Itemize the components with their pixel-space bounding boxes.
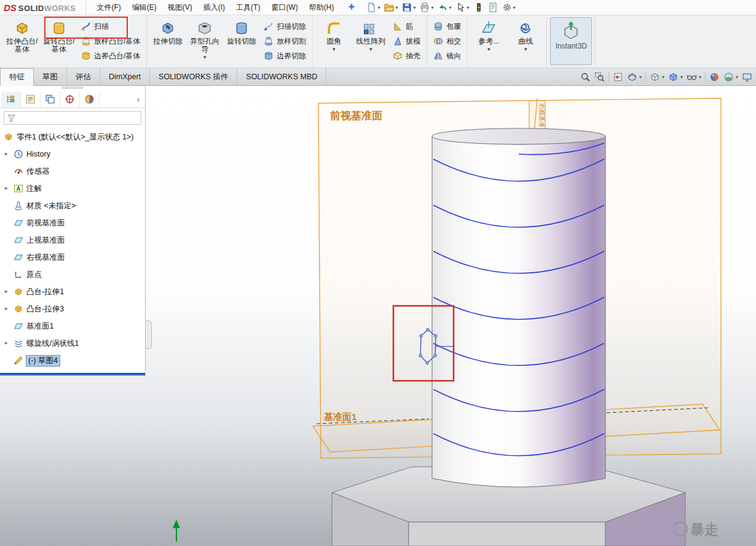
curves-icon (518, 20, 534, 36)
tab-dimxpert[interactable]: DimXpert (100, 68, 150, 85)
menu-insert[interactable]: 插入(I) (198, 0, 230, 15)
revolve-cut-button[interactable]: 旋转切除 (224, 17, 259, 46)
fillet-icon (326, 20, 342, 36)
tree-filter-box[interactable] (4, 111, 141, 125)
zoom-fit-icon[interactable] (580, 72, 591, 82)
tab-sketch[interactable]: 草图 (34, 68, 67, 85)
view-orientation-icon[interactable] (650, 72, 660, 82)
intersect-button[interactable]: 相交 (430, 35, 464, 47)
open-button[interactable] (382, 1, 400, 14)
extrude-boss-button[interactable]: 拉伸凸台/基体 (4, 17, 40, 54)
configuration-manager-tab[interactable] (41, 92, 60, 107)
tree-item-annotations[interactable]: 注解 (0, 180, 145, 197)
sensors-icon (14, 166, 23, 176)
graphics-area[interactable]: 前视基准面 右视基准面 基准面1 (0, 85, 756, 546)
divider (608, 72, 609, 82)
pin-menu-icon[interactable] (347, 2, 356, 12)
save-button[interactable] (400, 1, 417, 14)
loft-boss-button[interactable]: 放样凸台/基体 (78, 35, 143, 47)
hole-wizard-button[interactable]: 异型孔向导 (187, 17, 222, 61)
tree-item-boss-extrude1[interactable]: 凸台-拉伸1 (0, 283, 145, 300)
origin-triad[interactable] (173, 520, 180, 542)
linear-pattern-icon (363, 20, 379, 36)
menu-help[interactable]: 帮助(H) (304, 0, 340, 15)
wrap-button[interactable]: 包覆 (430, 20, 464, 33)
menu-file[interactable]: 文件(F) (91, 0, 126, 15)
display-style-caret[interactable]: ▾ (680, 74, 683, 80)
shell-button[interactable]: 抽壳 (390, 50, 423, 62)
svg-text:暴走: 暴走 (690, 521, 719, 537)
menu-window[interactable]: 窗口(W) (266, 0, 303, 15)
property-manager-tab[interactable] (21, 92, 41, 107)
tree-item-sensors[interactable]: 传感器 (0, 163, 145, 180)
feature-manager-tab[interactable] (1, 92, 21, 107)
hide-show-items-icon[interactable] (687, 72, 697, 82)
panel-expand-chevron[interactable] (133, 92, 144, 107)
instant3d-button[interactable]: Instant3D (550, 17, 592, 65)
draft-button[interactable]: 拔模 (390, 35, 423, 47)
apply-scene-caret[interactable]: ▾ (736, 74, 738, 80)
apply-scene-icon[interactable] (723, 72, 734, 82)
rib-button[interactable]: 筋 (390, 20, 423, 33)
tab-solidworks-mbd[interactable]: SOLIDWORKS MBD (237, 68, 326, 85)
menu-edit[interactable]: 编辑(E) (127, 0, 162, 15)
undo-button[interactable] (436, 1, 453, 14)
tree-item-sketch4[interactable]: (-) 草图4 (0, 352, 145, 369)
edit-appearance-icon[interactable] (709, 72, 720, 82)
fillet-button[interactable]: 圆角 (316, 17, 352, 53)
tree-item-helix[interactable]: 螺旋线/涡状线1 (0, 335, 145, 352)
tree-item-datum-plane1[interactable]: 基准面1 (0, 318, 145, 335)
view-orientation-caret[interactable]: ▾ (662, 74, 664, 80)
tree-item-origin[interactable]: 原点 (0, 266, 145, 283)
rollback-bar[interactable] (0, 373, 145, 375)
model-viewport[interactable]: 前视基准面 右视基准面 基准面1 (146, 85, 756, 546)
reference-geometry-button[interactable]: 参考... (471, 17, 506, 53)
tab-features[interactable]: 特征 (0, 68, 34, 86)
tree-item-material[interactable]: 材质 <未指定> (0, 197, 145, 214)
rebuild-button[interactable] (472, 1, 486, 14)
linear-pattern-button[interactable]: 线性阵列 (353, 17, 388, 53)
curves-button[interactable]: 曲线 (508, 17, 543, 53)
boundary-boss-button[interactable]: 边界凸台/基体 (78, 50, 143, 62)
options-button[interactable] (500, 1, 518, 14)
tab-evaluate[interactable]: 评估 (67, 68, 100, 85)
dimxpert-manager-tab[interactable] (60, 92, 80, 107)
zoom-area-icon[interactable] (594, 72, 605, 82)
tree-item-boss-extrude3[interactable]: 凸台-拉伸3 (0, 300, 145, 318)
sweep-button[interactable]: 扫描 (78, 20, 143, 33)
new-file-button[interactable] (364, 1, 382, 14)
tree-item-front-plane[interactable]: 前视基准面 (0, 214, 145, 232)
sweep-cut-button[interactable]: 扫描切除 (261, 20, 309, 33)
loft-cut-button[interactable]: 放样切割 (261, 35, 309, 47)
select-button[interactable] (454, 1, 471, 14)
tree-item-history[interactable]: History (0, 146, 145, 163)
panel-splitter-handle[interactable] (146, 321, 152, 349)
boundary-cut-icon (264, 51, 274, 61)
filter-input[interactable] (18, 113, 138, 123)
menu-tools[interactable]: 工具(T) (230, 0, 266, 15)
view-settings-icon[interactable] (742, 72, 752, 82)
property-manager-icon (25, 94, 36, 104)
ribbon-group-reference: 参考... 曲线 (468, 15, 547, 68)
print-button[interactable] (418, 1, 435, 14)
revolve-boss-button[interactable]: 旋转凸台/基体 (41, 17, 77, 54)
cut-extrude-icon (160, 20, 176, 36)
previous-view-icon[interactable] (613, 72, 623, 82)
file-properties-button[interactable] (486, 1, 500, 14)
extrude-cut-button[interactable]: 拉伸切除 (150, 17, 186, 46)
tree-root-part[interactable]: 零件1 (默认<<默认>_显示状态 1>) (0, 128, 145, 146)
mirror-button[interactable]: 镜向 (430, 50, 464, 62)
section-view-icon[interactable] (627, 72, 637, 82)
hide-show-items-caret[interactable]: ▾ (699, 74, 701, 80)
tab-solidworks-addins[interactable]: SOLIDWORKS 插件 (150, 68, 237, 85)
boundary-icon (81, 51, 91, 61)
features-ribbon: 拉伸凸台/基体 旋转凸台/基体 扫描 放样凸台/基体 边界凸台/基体 (0, 15, 756, 68)
section-view-caret[interactable]: ▾ (639, 74, 642, 80)
boundary-cut-button[interactable]: 边界切除 (261, 50, 309, 62)
display-style-icon[interactable] (668, 72, 679, 82)
tree-item-top-plane[interactable]: 上视基准面 (0, 232, 145, 249)
menu-view[interactable]: 视图(V) (162, 0, 198, 15)
tree-item-right-plane[interactable]: 右视基准面 (0, 249, 145, 266)
heads-up-view-toolbar: ▾ ▾ ▾ ▾ ▾ (580, 68, 756, 85)
display-manager-tab[interactable] (80, 92, 100, 107)
